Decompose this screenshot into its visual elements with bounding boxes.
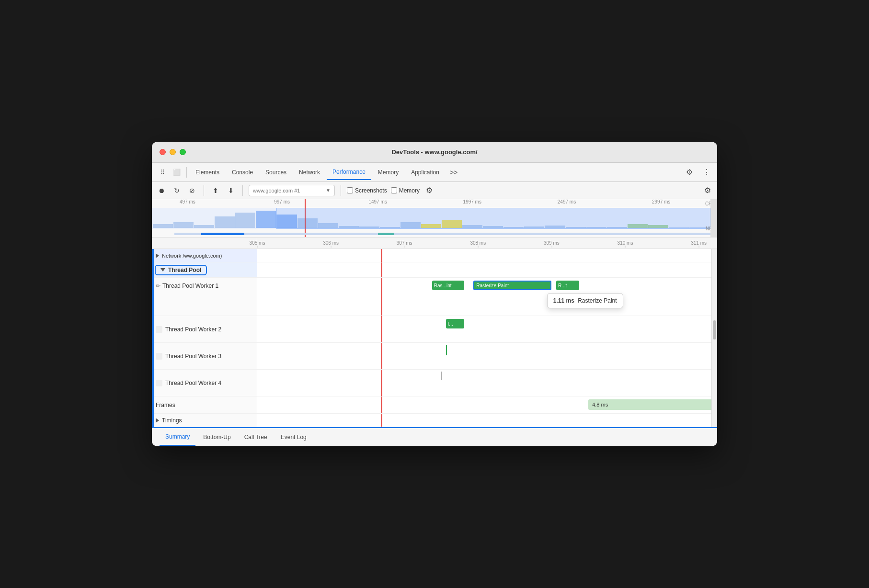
event-worker2-i-label: I... xyxy=(448,321,453,327)
devtools-icon[interactable]: ⠿ xyxy=(156,166,169,179)
minimize-button[interactable] xyxy=(170,149,176,155)
thread-pool-collapse-icon xyxy=(160,268,165,271)
ruler-mark-308: 308 ms xyxy=(470,240,486,246)
memory-checkbox[interactable] xyxy=(391,187,397,193)
time-mark-5: 2997 ms xyxy=(652,199,670,204)
red-line-frames xyxy=(381,396,382,413)
settings-icon[interactable]: ⚙ xyxy=(683,166,696,179)
worker3-label[interactable]: Thread Pool Worker 3 xyxy=(152,343,257,369)
event-ras-int[interactable]: Ras...int xyxy=(432,281,464,290)
event-r-t[interactable]: R...t xyxy=(556,281,579,290)
perf-settings-icon[interactable]: ⚙ xyxy=(702,185,713,196)
time-marker-row: 497 ms 997 ms 1497 ms 1997 ms 2497 ms 29… xyxy=(152,199,708,209)
worker3-content[interactable] xyxy=(257,343,717,369)
worker2-label[interactable]: Thread Pool Worker 2 xyxy=(152,316,257,342)
window-title: DevTools - www.google.com/ xyxy=(391,148,477,156)
tab-memory[interactable]: Memory xyxy=(372,165,404,180)
red-line-w2 xyxy=(381,316,382,342)
cpu-bars xyxy=(152,208,710,229)
worker2-label-text: Thread Pool Worker 2 xyxy=(165,326,221,333)
url-selector[interactable]: ▼ xyxy=(249,185,335,196)
clear-button[interactable]: ⊘ xyxy=(186,185,198,196)
ruler-mark-311: 311 ms xyxy=(691,240,707,246)
menu-icon[interactable]: ⋮ xyxy=(700,166,713,179)
reload-button[interactable]: ↻ xyxy=(171,185,183,196)
tab-call-tree[interactable]: Call Tree xyxy=(239,429,273,446)
tab-summary[interactable]: Summary xyxy=(160,429,195,446)
worker1-content[interactable]: Ras...int Rasterize Paint R...t 1.11 ms … xyxy=(257,278,717,316)
thread-pool-header-content[interactable] xyxy=(257,262,717,277)
event-worker4-thin[interactable] xyxy=(441,372,442,380)
worker2-icon xyxy=(156,326,162,333)
network-label-text: Network /ww.google.com) xyxy=(162,253,222,259)
ruler-mark-305: 305 ms xyxy=(250,240,265,246)
network-track-content[interactable] xyxy=(257,249,717,262)
time-mark-3: 1997 ms xyxy=(463,199,481,204)
thread-pool-header-row: Thread Pool xyxy=(152,262,717,278)
perf-divider3 xyxy=(341,185,341,196)
tooltip-label: Rasterize Paint xyxy=(578,297,617,304)
cpu-overview-graph xyxy=(152,208,710,229)
tab-application[interactable]: Application xyxy=(405,165,445,180)
upload-button[interactable]: ⬆ xyxy=(210,185,221,196)
tab-bottom-up[interactable]: Bottom-Up xyxy=(197,429,236,446)
timings-label-text: Timings xyxy=(162,417,182,424)
worker4-content[interactable] xyxy=(257,370,717,396)
worker3-label-text: Thread Pool Worker 3 xyxy=(165,353,221,360)
overview-scrollbar[interactable] xyxy=(710,199,717,237)
download-button[interactable]: ⬇ xyxy=(225,185,237,196)
tab-sources[interactable]: Sources xyxy=(260,165,292,180)
tab-elements[interactable]: Elements xyxy=(190,165,225,180)
close-button[interactable] xyxy=(160,149,166,155)
worker4-label[interactable]: Thread Pool Worker 4 xyxy=(152,370,257,396)
record-button[interactable]: ⏺ xyxy=(156,185,167,196)
frames-bar-label: 4.8 ms xyxy=(592,402,608,407)
screenshots-checkbox[interactable] xyxy=(347,187,353,193)
frames-content[interactable]: 4.8 ms xyxy=(257,396,717,413)
screenshots-checkbox-label[interactable]: Screenshots xyxy=(347,187,387,194)
bottom-tabs: Summary Bottom-Up Call Tree Event Log xyxy=(152,427,717,446)
worker3-icon xyxy=(156,353,162,360)
worker4-row: Thread Pool Worker 4 xyxy=(152,370,717,396)
vertical-scrollbar[interactable] xyxy=(711,249,717,427)
timeline-overview[interactable]: 497 ms 997 ms 1497 ms 1997 ms 2497 ms 29… xyxy=(152,199,717,237)
red-line-w4 xyxy=(381,370,382,396)
tab-console[interactable]: Console xyxy=(226,165,259,180)
net-overview-bar xyxy=(174,233,710,235)
tab-performance[interactable]: Performance xyxy=(327,165,371,180)
scrollbar-thumb[interactable] xyxy=(713,320,716,339)
tab-event-log[interactable]: Event Log xyxy=(275,429,312,446)
more-tabs-button[interactable]: >> xyxy=(446,169,461,176)
perf-divider2 xyxy=(242,185,243,196)
memory-checkbox-label[interactable]: Memory xyxy=(391,187,420,194)
timings-content[interactable] xyxy=(257,414,717,427)
frames-label[interactable]: Frames xyxy=(152,396,257,413)
worker4-label-text: Thread Pool Worker 4 xyxy=(165,380,221,386)
tab-network[interactable]: Network xyxy=(293,165,326,180)
nav-right-actions: ⚙ ⋮ xyxy=(683,166,713,179)
track-container: Network /ww.google.com) Thread Pool xyxy=(152,249,717,427)
thread-pool-label[interactable]: Thread Pool xyxy=(152,262,257,277)
memory-label: Memory xyxy=(399,187,420,194)
worker1-label[interactable]: ✏ Thread Pool Worker 1 xyxy=(152,278,257,316)
worker3-row: Thread Pool Worker 3 xyxy=(152,343,717,370)
network-track-label[interactable]: Network /ww.google.com) xyxy=(152,249,257,262)
event-rasterize-paint[interactable]: Rasterize Paint xyxy=(473,281,551,290)
ruler-marks: 305 ms 306 ms 307 ms 308 ms 309 ms 310 m… xyxy=(257,237,717,249)
thread-pool-label-box: Thread Pool xyxy=(155,265,207,275)
worker2-content[interactable]: I... xyxy=(257,316,717,342)
capture-settings-icon[interactable]: ⚙ xyxy=(423,185,435,196)
event-worker2-i[interactable]: I... xyxy=(446,319,464,328)
ruler-mark-309: 309 ms xyxy=(544,240,560,246)
tooltip-ms: 1.11 ms xyxy=(553,297,574,304)
timings-label[interactable]: Timings xyxy=(152,414,257,427)
event-worker3-thin[interactable] xyxy=(446,345,447,355)
left-accent-bar xyxy=(152,249,154,427)
maximize-button[interactable] xyxy=(180,149,186,155)
perf-toolbar: ⏺ ↻ ⊘ ⬆ ⬇ ▼ Screenshots Memory ⚙ ⚙ xyxy=(152,182,717,199)
ruler-mark-310: 310 ms xyxy=(617,240,633,246)
event-rasterize-paint-label: Rasterize Paint xyxy=(476,283,509,288)
url-input[interactable] xyxy=(253,188,324,193)
device-toolbar-icon[interactable]: ⬜ xyxy=(170,166,183,179)
dropdown-icon: ▼ xyxy=(326,188,331,193)
